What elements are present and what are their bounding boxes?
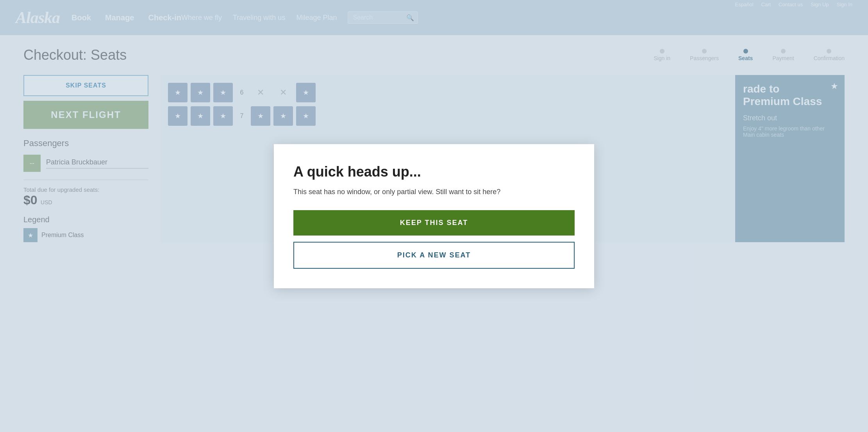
modal-title: A quick heads up... bbox=[293, 164, 575, 180]
keep-seat-button[interactable]: KEEP THIS SEAT bbox=[293, 210, 575, 236]
modal-body: This seat has no window, or only partial… bbox=[293, 188, 575, 196]
pick-new-seat-button[interactable]: PICK A NEW SEAT bbox=[293, 242, 575, 254]
modal-overlay: A quick heads up... This seat has no win… bbox=[0, 0, 868, 254]
modal-dialog: A quick heads up... This seat has no win… bbox=[274, 144, 594, 254]
